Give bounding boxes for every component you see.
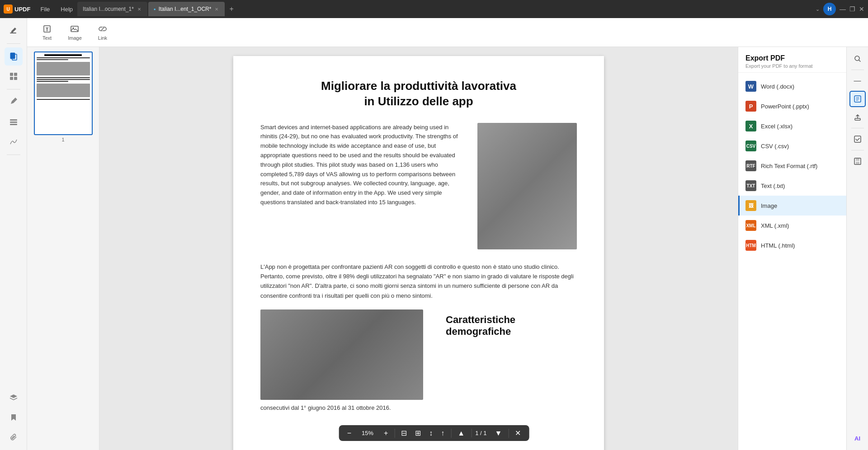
- zoom-select[interactable]: 15% 25% 50% 75% 100% 150%: [360, 430, 375, 436]
- pdf-section-title: Caratteristiche demografiche: [446, 314, 577, 338]
- export-xlsx-label: Excel (.xlsx): [761, 123, 793, 130]
- svg-rect-22: [856, 162, 859, 164]
- rmt-check-icon[interactable]: [849, 131, 866, 147]
- thumbnail-image-1: [34, 52, 93, 135]
- toolbar-image-button[interactable]: Image: [61, 22, 88, 43]
- toolbar-text-button[interactable]: T Text: [36, 22, 58, 43]
- export-rtf-label: Rich Text Format (.rtf): [761, 163, 817, 169]
- sidebar-item-annotate[interactable]: [5, 93, 23, 111]
- toolbar-divider-3: [508, 429, 509, 438]
- minimize-icon[interactable]: —: [840, 5, 846, 13]
- sidebar-item-pages[interactable]: [5, 47, 23, 66]
- svg-rect-11: [10, 124, 17, 125]
- zoom-in-button[interactable]: +: [380, 427, 392, 439]
- sidebar-item-edit[interactable]: [5, 22, 23, 40]
- tab-1-label: Italian I...ocument_1*: [83, 6, 134, 12]
- svg-rect-19: [854, 136, 861, 142]
- export-word-label: Word (.docx): [761, 83, 794, 90]
- sidebar-item-sign[interactable]: [5, 133, 23, 151]
- tab-2[interactable]: ● Italian I...ent_1_OCR* ✕: [148, 2, 225, 16]
- toolbar-link-label: Link: [98, 35, 107, 41]
- svg-rect-8: [14, 77, 17, 80]
- export-item-xml[interactable]: XML XML (.xml): [738, 216, 846, 235]
- tab-2-label: Italian I...ent_1_OCR*: [159, 6, 212, 12]
- pdf-paragraph-3: consecutivi dal 1° giugno 2016 al 31 ott…: [260, 404, 577, 411]
- new-tab-button[interactable]: +: [226, 3, 237, 15]
- fit-page-button[interactable]: ⊞: [411, 427, 425, 439]
- sidebar-divider-2: [7, 89, 20, 89]
- html-icon: HTM: [745, 240, 756, 251]
- svg-rect-18: [855, 118, 860, 120]
- prev-page-button[interactable]: ▲: [454, 427, 468, 439]
- tab-1[interactable]: Italian I...ocument_1* ✕: [77, 2, 147, 16]
- next-page-button[interactable]: ▼: [491, 427, 506, 439]
- menu-bar: File Help: [36, 4, 77, 14]
- svg-rect-3: [10, 53, 15, 59]
- left-sidebar: [0, 18, 27, 450]
- rmt-save-icon[interactable]: [849, 153, 866, 169]
- chevron-down-icon[interactable]: ⌄: [816, 6, 820, 12]
- svg-rect-9: [10, 119, 17, 121]
- export-item-html[interactable]: HTM HTML (.html): [738, 235, 846, 255]
- export-item-pptx[interactable]: P PowerPoint (.pptx): [738, 96, 846, 116]
- pdf-image-1: [477, 123, 577, 249]
- thumbnail-page-number: 1: [61, 137, 64, 142]
- rmt-divider-2: [851, 128, 864, 128]
- tab-2-close[interactable]: ✕: [214, 6, 219, 13]
- xml-icon: XML: [745, 220, 756, 231]
- toolbar: T Text Image Link: [27, 18, 868, 47]
- export-item-xlsx[interactable]: X Excel (.xlsx): [738, 116, 846, 136]
- export-txt-label: Text (.txt): [761, 183, 785, 189]
- user-avatar[interactable]: H: [823, 3, 836, 15]
- rotate-button[interactable]: ↕: [425, 427, 436, 439]
- toolbar-divider-2: [451, 429, 451, 438]
- sidebar-item-bookmark[interactable]: [5, 408, 23, 427]
- export-item-image[interactable]: 🖼 Image: [738, 196, 846, 216]
- image-icon: 🖼: [745, 200, 756, 211]
- scroll-up-button[interactable]: ↑: [437, 427, 448, 439]
- title-bar: U UPDF File Help Italian I...ocument_1* …: [0, 0, 868, 18]
- pdf-image-2: [260, 309, 423, 400]
- toolbar-text-label: Text: [42, 35, 52, 41]
- pdf-paragraph-1: Smart devices and internet-based applica…: [260, 123, 467, 249]
- sidebar-divider-3: [7, 155, 20, 155]
- sidebar-item-layers[interactable]: [5, 389, 23, 407]
- sidebar-item-organize[interactable]: [5, 113, 23, 131]
- rmt-search-icon[interactable]: [849, 51, 866, 67]
- menu-help[interactable]: Help: [56, 4, 77, 14]
- pdf-content-row-1: Smart devices and internet-based applica…: [260, 123, 577, 249]
- pdf-paragraph-2: L'App non è progettata per confrontare p…: [260, 262, 577, 301]
- sidebar-item-thumbnail[interactable]: [5, 67, 23, 85]
- export-image-label: Image: [761, 202, 777, 209]
- app-body: T Text Image Link: [0, 18, 868, 450]
- window-controls: — ❐ ✕: [840, 5, 864, 13]
- close-toolbar-button[interactable]: ✕: [511, 427, 524, 439]
- menu-file[interactable]: File: [36, 4, 54, 14]
- xlsx-icon: X: [745, 121, 756, 131]
- pdf-viewer[interactable]: Migliorare la produttività lavorativa in…: [99, 47, 738, 450]
- zoom-out-button[interactable]: −: [344, 427, 355, 439]
- toolbar-image-label: Image: [68, 35, 82, 41]
- rmt-ai-icon[interactable]: AI: [849, 430, 866, 446]
- sidebar-item-attachment[interactable]: [5, 428, 23, 446]
- svg-text:U: U: [6, 7, 9, 12]
- export-item-csv[interactable]: CSV CSV (.csv): [738, 136, 846, 156]
- rtf-icon: RTF: [745, 160, 756, 171]
- maximize-icon[interactable]: ❐: [849, 5, 855, 13]
- export-item-txt[interactable]: TXT Text (.txt): [738, 176, 846, 196]
- thumbnail-page-1[interactable]: 1: [32, 52, 94, 142]
- pdf-title: Migliorare la produttività lavorativa in…: [260, 79, 577, 109]
- rmt-divider-1: [851, 70, 864, 70]
- export-item-word[interactable]: W Word (.docx): [738, 76, 846, 96]
- export-html-label: HTML (.html): [761, 242, 795, 249]
- sidebar-divider-1: [7, 43, 20, 44]
- svg-text:T: T: [46, 27, 49, 32]
- export-item-rtf[interactable]: RTF Rich Text Format (.rtf): [738, 156, 846, 176]
- zoom-display: 15% 25% 50% 75% 100% 150%: [356, 429, 379, 437]
- rmt-share-icon[interactable]: [849, 109, 866, 125]
- close-icon[interactable]: ✕: [859, 5, 864, 13]
- tab-1-close[interactable]: ✕: [137, 6, 142, 13]
- rmt-export-icon[interactable]: [849, 91, 866, 107]
- toolbar-link-button[interactable]: Link: [92, 22, 113, 43]
- fit-width-button[interactable]: ⊟: [397, 427, 410, 439]
